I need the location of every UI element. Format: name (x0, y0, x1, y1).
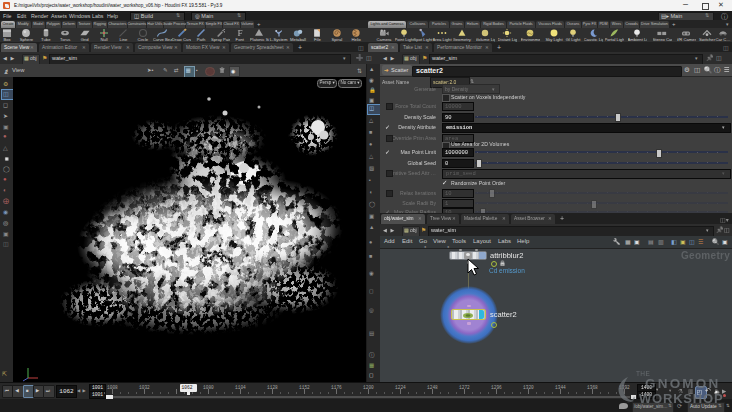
svg-text:F: F (237, 28, 242, 37)
svg-text:GNOMON: GNOMON (645, 376, 720, 391)
svg-text:WORKSHOP: WORKSHOP (639, 391, 723, 406)
